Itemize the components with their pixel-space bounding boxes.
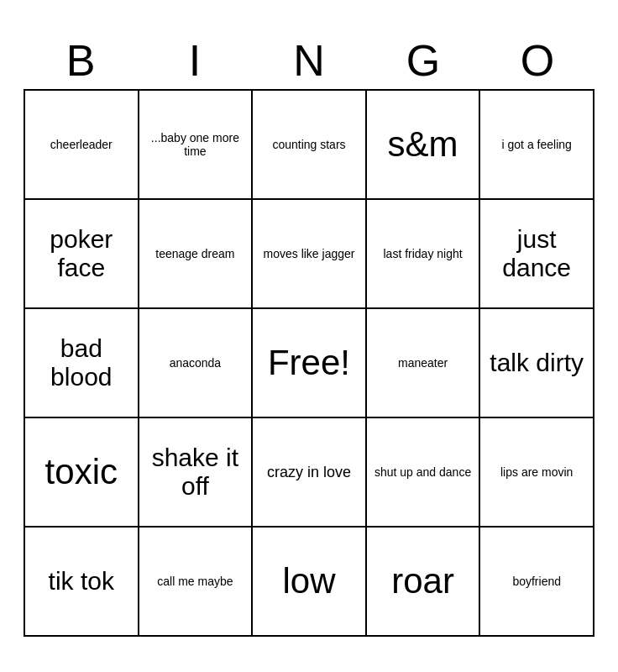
cell-text: roar: [391, 561, 454, 601]
bingo-cell[interactable]: s&m: [367, 91, 481, 200]
bingo-cell[interactable]: lips are movin: [480, 418, 594, 528]
cell-text: Free!: [268, 343, 350, 383]
bingo-cell[interactable]: moves like jagger: [253, 200, 367, 309]
bingo-cell[interactable]: tik tok: [25, 528, 139, 637]
bingo-cell[interactable]: shut up and dance: [367, 418, 481, 528]
header-letter-g: G: [369, 35, 478, 86]
header-letter-o: O: [483, 35, 592, 86]
bingo-cell[interactable]: teenage dream: [139, 200, 254, 309]
cell-text: counting stars: [272, 138, 345, 151]
cell-text: ...baby one more time: [144, 131, 247, 158]
cell-text: cheerleader: [50, 138, 113, 151]
cell-text: just dance: [485, 225, 588, 283]
cell-text: anaconda: [170, 356, 222, 370]
bingo-cell[interactable]: talk dirty: [480, 309, 594, 418]
cell-text: shake it off: [144, 444, 247, 501]
bingo-cell[interactable]: shake it off: [139, 418, 254, 528]
bingo-header: BINGO: [24, 35, 594, 86]
bingo-cell[interactable]: i got a feeling: [480, 91, 594, 200]
bingo-cell[interactable]: call me maybe: [139, 528, 254, 637]
cell-text: lips are movin: [500, 465, 573, 479]
cell-text: toxic: [45, 452, 118, 492]
bingo-cell[interactable]: counting stars: [253, 91, 367, 200]
bingo-cell[interactable]: crazy in love: [253, 418, 367, 528]
bingo-cell[interactable]: Free!: [253, 309, 367, 418]
cell-text: poker face: [30, 225, 133, 283]
bingo-card: BINGO cheerleader...baby one more timeco…: [15, 27, 603, 645]
cell-text: talk dirty: [490, 349, 584, 378]
bingo-cell[interactable]: poker face: [25, 200, 139, 309]
cell-text: moves like jagger: [264, 247, 355, 260]
bingo-cell[interactable]: boyfriend: [480, 528, 594, 637]
cell-text: low: [282, 561, 335, 601]
cell-text: teenage dream: [155, 247, 234, 260]
bingo-cell[interactable]: roar: [367, 528, 481, 637]
bingo-cell[interactable]: cheerleader: [25, 91, 139, 200]
bingo-cell[interactable]: anaconda: [139, 309, 254, 418]
cell-text: crazy in love: [267, 464, 351, 481]
bingo-cell[interactable]: bad blood: [25, 309, 139, 418]
cell-text: s&m: [388, 124, 458, 165]
cell-text: maneater: [398, 356, 448, 370]
cell-text: last friday night: [384, 247, 463, 260]
bingo-cell[interactable]: low: [253, 528, 367, 637]
cell-text: call me maybe: [157, 575, 233, 588]
cell-text: shut up and dance: [374, 465, 471, 479]
cell-text: tik tok: [49, 567, 114, 596]
header-letter-n: N: [254, 35, 364, 86]
cell-text: boyfriend: [512, 575, 561, 588]
bingo-cell[interactable]: toxic: [25, 418, 139, 528]
bingo-grid: cheerleader...baby one more timecounting…: [24, 89, 594, 637]
header-letter-b: B: [26, 35, 135, 86]
cell-text: bad blood: [30, 334, 133, 392]
bingo-cell[interactable]: last friday night: [367, 200, 481, 309]
header-letter-i: I: [140, 35, 249, 86]
bingo-cell[interactable]: ...baby one more time: [139, 91, 254, 200]
cell-text: i got a feeling: [502, 138, 572, 151]
bingo-cell[interactable]: maneater: [367, 309, 481, 418]
bingo-cell[interactable]: just dance: [480, 200, 594, 309]
